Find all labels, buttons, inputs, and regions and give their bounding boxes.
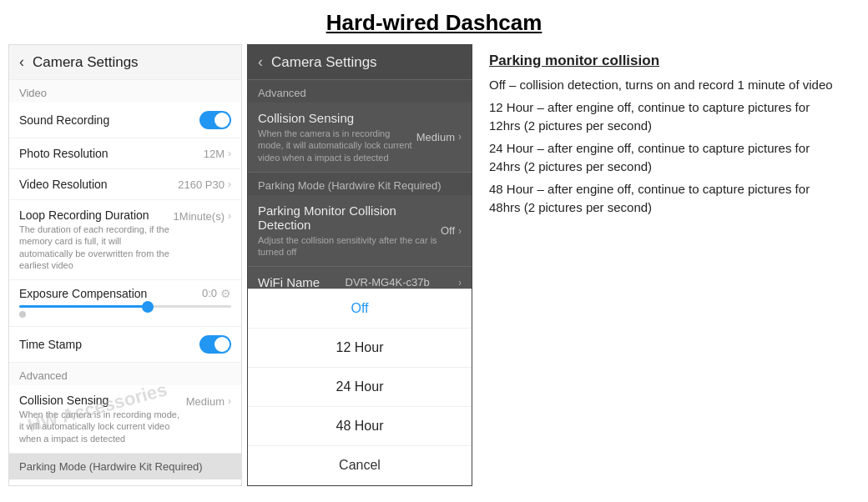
slider-left-dot xyxy=(19,311,26,318)
info-line-0: Off – collision detection, turns on and … xyxy=(489,76,843,95)
loop-recording-value: 1Minute(s) xyxy=(174,210,225,223)
info-title: Parking monitor collision xyxy=(489,53,843,69)
mid-header-title: Camera Settings xyxy=(271,54,377,71)
mid-wifi-value: DVR-MG4K-c37b xyxy=(346,276,430,289)
video-resolution-chevron: › xyxy=(228,178,231,190)
mid-collision-sensing-title: Collision Sensing xyxy=(258,111,416,125)
photo-resolution-chevron: › xyxy=(228,148,231,159)
dropdown-option-off[interactable]: Off xyxy=(248,289,472,329)
video-resolution-value: 2160 P30 xyxy=(178,178,225,191)
video-resolution-label: Video Resolution xyxy=(19,178,178,191)
setting-row-exposure[interactable]: Exposure Compensation 0:0 ⚙ xyxy=(9,280,241,327)
dropdown-option-48hour[interactable]: 48 Hour xyxy=(248,407,472,446)
setting-row-collision-sensing[interactable]: Collision Sensing When the camera is in … xyxy=(9,385,241,454)
mid-back-arrow[interactable]: ‹ xyxy=(258,53,263,71)
middle-camera-settings-panel: ‹ Camera Settings Advanced Collision Sen… xyxy=(247,44,472,486)
setting-row-video-resolution[interactable]: Video Resolution 2160 P30 › xyxy=(9,169,241,200)
mid-section-advanced: Advanced xyxy=(248,80,472,103)
collision-sensing-value: Medium xyxy=(186,395,225,408)
mid-panel-header: ‹ Camera Settings xyxy=(248,45,472,80)
exposure-slider-track[interactable] xyxy=(19,305,231,308)
sound-recording-label: Sound Recording xyxy=(19,113,199,127)
loop-recording-sublabel: The duration of each recording, if the m… xyxy=(19,223,174,271)
left-section-advanced: Advanced xyxy=(9,363,241,385)
left-header-title: Camera Settings xyxy=(33,54,139,71)
photo-resolution-value: 12M xyxy=(204,148,225,160)
mid-collision-sensing-row[interactable]: Collision Sensing When the camera is in … xyxy=(248,103,472,173)
collision-sensing-label: Collision Sensing xyxy=(19,394,186,407)
parking-monitor-dropdown: Off 12 Hour 24 Hour 48 Hour Cancel xyxy=(248,289,472,485)
setting-row-parking-monitor[interactable]: Parking Monitor Collision xyxy=(9,479,241,486)
dropdown-option-cancel[interactable]: Cancel xyxy=(248,446,472,485)
mid-collision-sensing-sub: When the camera is in recording mode, it… xyxy=(258,128,416,163)
photo-resolution-label: Photo Resolution xyxy=(19,147,204,160)
exposure-slider-fill xyxy=(19,305,146,308)
mid-parking-monitor-value: Off xyxy=(441,224,455,237)
setting-row-time-stamp[interactable]: Time Stamp xyxy=(9,327,241,363)
mid-wifi-chevron: › xyxy=(458,277,462,289)
info-line-2: 24 Hour – after engine off, continue to … xyxy=(489,139,843,177)
time-stamp-toggle[interactable] xyxy=(199,335,231,354)
exposure-value: 0:0 xyxy=(202,287,217,300)
time-stamp-label: Time Stamp xyxy=(19,338,199,351)
left-section-video: Video xyxy=(9,80,241,103)
left-parking-mode-section: Parking Mode (Hardwire Kit Required) xyxy=(9,454,241,479)
loop-recording-label: Loop Recording Duration xyxy=(19,208,174,222)
mid-parking-monitor-title: Parking Monitor Collision Detection xyxy=(258,203,441,232)
mid-wifi-label: WiFi Name xyxy=(258,275,320,289)
info-line-3: 48 Hour – after engine off, continue to … xyxy=(489,180,843,218)
mid-parking-monitor-sub: Adjust the collision sensitivity after t… xyxy=(258,234,441,259)
setting-row-sound-recording[interactable]: Sound Recording xyxy=(9,103,241,138)
collision-sensing-sublabel: When the camera is in recording mode, it… xyxy=(19,409,186,444)
mid-collision-chevron: › xyxy=(458,131,462,143)
gear-icon[interactable]: ⚙ xyxy=(220,287,231,300)
left-camera-settings-panel: ‹ Camera Settings Video Sound Recording … xyxy=(8,44,242,486)
right-info-panel: Parking monitor collision Off – collisio… xyxy=(472,44,860,229)
mid-collision-sensing-value: Medium xyxy=(416,131,455,143)
collision-sensing-chevron: › xyxy=(228,395,231,407)
mid-parking-monitor-chevron: › xyxy=(458,225,462,237)
loop-recording-chevron: › xyxy=(228,210,231,222)
left-back-arrow[interactable]: ‹ xyxy=(19,53,24,71)
exposure-label: Exposure Compensation xyxy=(19,287,202,300)
setting-row-photo-resolution[interactable]: Photo Resolution 12M › xyxy=(9,138,241,169)
info-line-1: 12 Hour – after engine off, continue to … xyxy=(489,98,843,136)
mid-parking-monitor-row[interactable]: Parking Monitor Collision Detection Adju… xyxy=(248,195,472,268)
left-panel-header: ‹ Camera Settings xyxy=(9,45,241,80)
page-title: Hard-wired Dashcam xyxy=(0,0,868,44)
setting-row-loop-recording[interactable]: Loop Recording Duration The duration of … xyxy=(9,200,241,280)
sound-recording-toggle[interactable] xyxy=(199,111,231,129)
dropdown-option-24hour[interactable]: 24 Hour xyxy=(248,368,472,407)
exposure-slider-thumb[interactable] xyxy=(142,301,154,313)
dropdown-option-12hour[interactable]: 12 Hour xyxy=(248,329,472,368)
mid-parking-mode-section: Parking Mode (Hardwire Kit Required) xyxy=(248,173,472,195)
